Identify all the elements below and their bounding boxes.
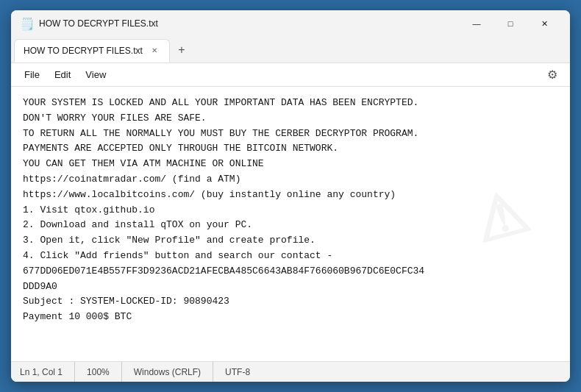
title-bar: 🗒️ HOW TO DECRYPT FILES.txt — □ ✕ [11,10,570,37]
menu-view[interactable]: View [78,66,113,83]
menu-edit[interactable]: Edit [47,66,78,83]
notepad-window: 🗒️ HOW TO DECRYPT FILES.txt — □ ✕ HOW TO… [11,10,570,382]
menu-file[interactable]: File [17,66,47,83]
file-content: YOUR SYSTEM IS LOCKED AND ALL YOUR IMPOR… [23,96,558,325]
text-area[interactable]: ⚠ YOUR SYSTEM IS LOCKED AND ALL YOUR IMP… [11,87,570,361]
active-tab[interactable]: HOW TO DECRYPT FILES.txt ✕ [14,39,170,63]
cursor-position: Ln 1, Col 1 [20,362,75,382]
tab-close-button[interactable]: ✕ [149,45,160,57]
window-controls: — □ ✕ [460,12,561,35]
file-icon: 🗒️ [20,17,33,30]
encoding[interactable]: UTF-8 [213,362,262,382]
settings-icon[interactable]: ⚙ [541,65,564,85]
menu-bar: File Edit View ⚙ [11,63,570,87]
line-ending[interactable]: Windows (CRLF) [122,362,213,382]
window-title: HOW TO DECRYPT FILES.txt [39,18,454,29]
status-bar: Ln 1, Col 1 100% Windows (CRLF) UTF-8 [11,361,570,382]
new-tab-button[interactable]: + [170,40,193,60]
close-button[interactable]: ✕ [527,12,561,35]
zoom-level[interactable]: 100% [75,362,122,382]
tab-bar: HOW TO DECRYPT FILES.txt ✕ + [11,37,570,63]
minimize-button[interactable]: — [460,12,493,35]
maximize-button[interactable]: □ [493,12,527,35]
tab-label: HOW TO DECRYPT FILES.txt [24,46,143,56]
